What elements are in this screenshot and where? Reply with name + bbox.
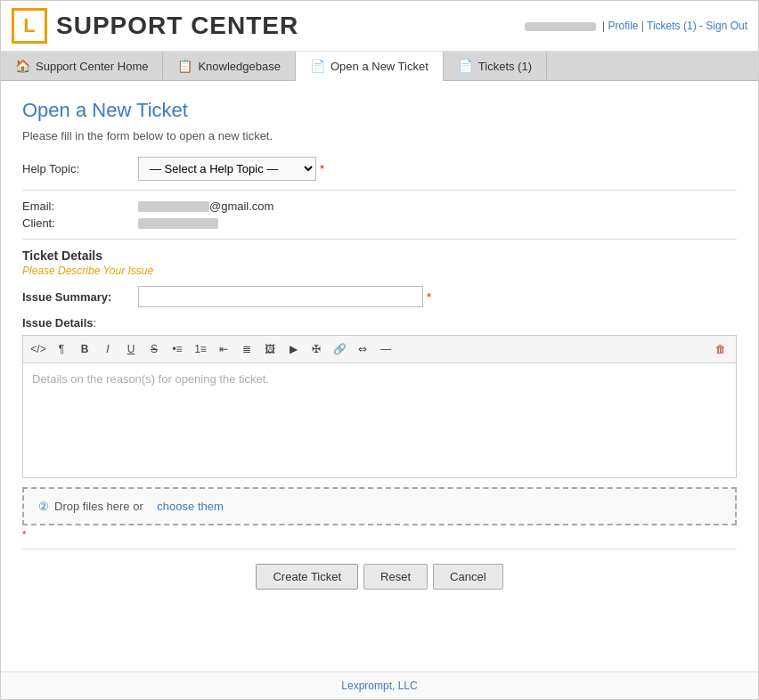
tickets-nav-icon: 📄 [458, 59, 473, 73]
tickets-link[interactable]: Tickets (1) [647, 20, 697, 32]
cancel-button[interactable]: Cancel [433, 564, 502, 590]
page-heading: Open a New Ticket [22, 99, 737, 122]
divider-1 [22, 190, 737, 191]
nav-home-label: Support Center Home [36, 60, 148, 73]
toolbar-bold-btn[interactable]: B [75, 339, 94, 359]
email-blurred [138, 201, 209, 212]
issue-summary-row: Issue Summary: * [22, 286, 737, 307]
toolbar-ol-btn[interactable]: 1≡ [191, 339, 210, 359]
signout-link[interactable]: Sign Out [706, 20, 747, 32]
page-subtitle: Please fill in the form below to open a … [22, 129, 737, 142]
email-suffix: @gmail.com [209, 199, 273, 213]
nav-item-knowledgebase[interactable]: 📋 Knowledgebase [163, 52, 296, 80]
toolbar-italic-btn[interactable]: I [98, 339, 118, 359]
issue-details-label-row: Issue Details: [22, 316, 737, 330]
toolbar-align-center-btn[interactable]: ≣ [237, 339, 257, 359]
nav-item-open-ticket[interactable]: 📄 Open a New Ticket [296, 52, 444, 81]
page-wrapper: L SUPPORT CENTER | Profile | Tickets (1)… [0, 0, 759, 700]
username-blurred [525, 22, 596, 31]
toolbar-hr-btn[interactable]: — [376, 339, 396, 359]
reset-button[interactable]: Reset [363, 564, 428, 590]
toolbar-delete-btn[interactable]: 🗑 [711, 339, 730, 359]
nav-bar: 🏠 Support Center Home 📋 Knowledgebase 📄 … [1, 52, 758, 81]
toolbar-link-btn[interactable]: 🔗 [330, 339, 349, 359]
toolbar-code-btn[interactable]: </> [29, 339, 48, 359]
nav-item-tickets[interactable]: 📄 Tickets (1) [444, 52, 547, 80]
header-links: | Profile | Tickets (1) - Sign Out [525, 20, 747, 32]
editor-area[interactable]: Details on the reason(s) for opening the… [22, 362, 737, 478]
help-topic-select[interactable]: — Select a Help Topic — General Inquiry … [138, 157, 316, 181]
toolbar-table-btn[interactable]: ✠ [306, 339, 326, 359]
email-row: Email: @gmail.com [22, 199, 737, 213]
header: L SUPPORT CENTER | Profile | Tickets (1)… [1, 1, 758, 52]
ticket-details-heading: Ticket Details [22, 248, 737, 263]
knowledgebase-icon: 📋 [177, 59, 192, 73]
toolbar-align-left-btn[interactable]: ⇤ [214, 339, 233, 359]
toolbar-paragraph-btn[interactable]: ¶ [52, 339, 71, 359]
client-row: Client: [22, 216, 737, 230]
ticket-details-sub: Please Describe Your Issue [22, 265, 737, 277]
nav-tickets-label: Tickets (1) [478, 60, 532, 73]
logo-icon: L [12, 8, 47, 44]
issue-summary-required: * [427, 290, 431, 304]
footer-label: Lexprompt, LLC [341, 680, 417, 692]
drop-circle-icon: ② [38, 500, 49, 513]
divider-2 [22, 239, 737, 240]
file-drop-area[interactable]: ② Drop files here or choose them [22, 487, 737, 525]
site-title: SUPPORT CENTER [56, 12, 298, 40]
issue-summary-input[interactable] [138, 286, 423, 307]
editor-placeholder: Details on the reason(s) for opening the… [32, 372, 269, 386]
home-icon: 🏠 [15, 59, 30, 73]
create-ticket-button[interactable]: Create Ticket [256, 564, 358, 590]
required-note: * [22, 529, 737, 540]
open-ticket-icon: 📄 [310, 59, 325, 73]
toolbar-strikethrough-btn[interactable]: S [144, 339, 164, 359]
footer: Lexprompt, LLC [1, 672, 758, 699]
issue-summary-label: Issue Summary: [22, 290, 138, 304]
help-topic-required: * [320, 162, 324, 175]
nav-item-home[interactable]: 🏠 Support Center Home [1, 52, 163, 80]
help-topic-row: Help Topic: — Select a Help Topic — Gene… [22, 157, 737, 181]
file-drop-label: Drop files here or [54, 500, 143, 513]
client-label: Client: [22, 216, 138, 230]
button-row: Create Ticket Reset Cancel [22, 549, 737, 598]
toolbar-underline-btn[interactable]: U [121, 339, 141, 359]
profile-link[interactable]: Profile [608, 20, 638, 32]
toolbar-video-btn[interactable]: ▶ [283, 339, 303, 359]
toolbar-ul-btn[interactable]: •≡ [167, 339, 187, 359]
client-blurred [138, 218, 218, 229]
issue-details-label: Issue Details [22, 316, 94, 330]
toolbar-align-btn[interactable]: ⇔ [353, 339, 372, 359]
main-content: Open a New Ticket Please fill in the for… [1, 81, 758, 672]
toolbar-image-btn[interactable]: 🖼 [260, 339, 280, 359]
editor-toolbar: </> ¶ B I U S •≡ 1≡ ⇤ ≣ 🖼 ▶ ✠ 🔗 ⇔ — 🗑 [22, 335, 737, 362]
logo-area: L SUPPORT CENTER [12, 8, 298, 44]
help-topic-label: Help Topic: [22, 162, 138, 175]
email-label: Email: [22, 199, 138, 213]
nav-open-ticket-label: Open a New Ticket [331, 60, 428, 73]
nav-knowledgebase-label: Knowledgebase [198, 60, 281, 73]
file-choose-link[interactable]: choose them [157, 500, 223, 513]
